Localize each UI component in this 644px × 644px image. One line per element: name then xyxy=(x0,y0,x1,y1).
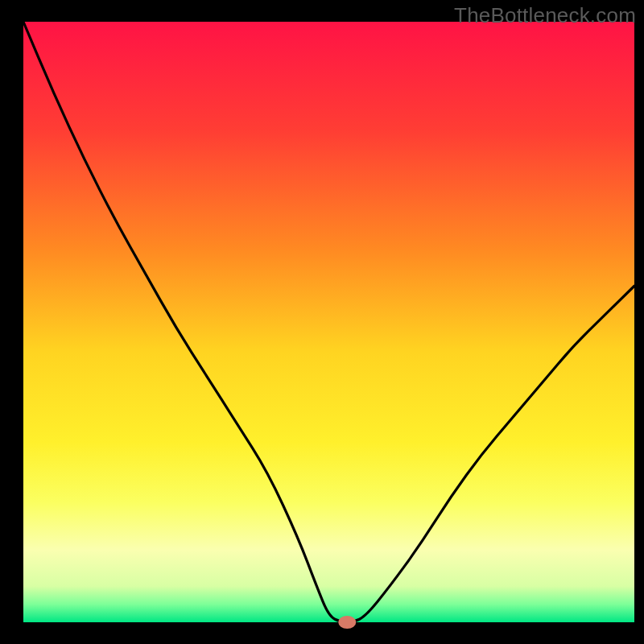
chart-frame: TheBottleneck.com xyxy=(0,0,644,644)
watermark-text: TheBottleneck.com xyxy=(454,3,636,28)
gradient-background xyxy=(23,22,634,622)
bottleneck-chart xyxy=(0,0,644,644)
optimal-marker xyxy=(338,616,356,629)
